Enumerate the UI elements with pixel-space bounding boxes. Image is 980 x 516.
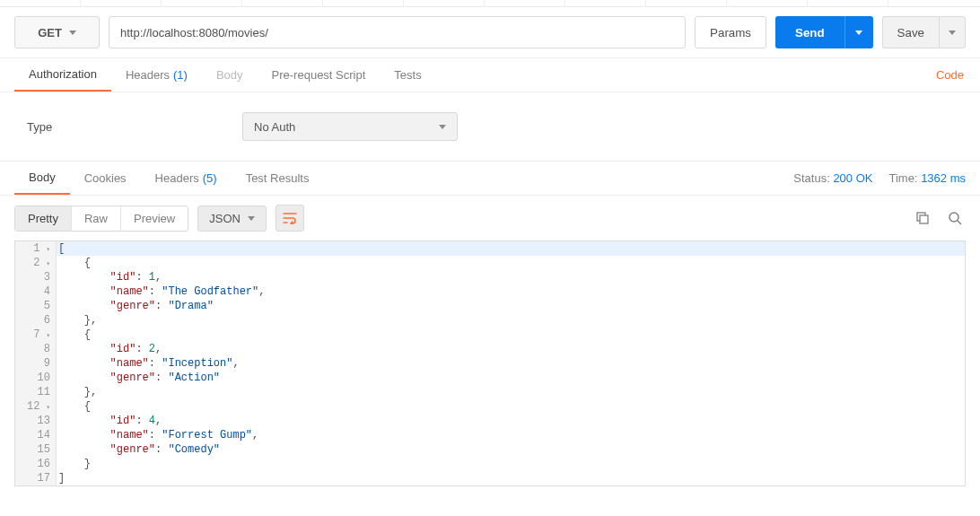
svg-rect-1 (920, 215, 928, 223)
auth-type-label: Type (27, 120, 206, 134)
format-select[interactable]: JSON (197, 206, 267, 232)
line-number: 2 ▾ (19, 256, 50, 270)
code-link[interactable]: Code (936, 68, 966, 82)
response-tabs: Body Cookies Headers (5) Test Results St… (0, 162, 980, 196)
code-line: "genre": "Drama" (57, 299, 965, 313)
status-value: 200 OK (833, 171, 872, 185)
code-line: "id": 2, (57, 342, 965, 356)
line-number: 12 ▾ (19, 399, 50, 414)
line-number: 14 (19, 428, 50, 442)
code-content: [ { "id": 1, "name": "The Godfather", "g… (57, 241, 965, 485)
auth-type-select[interactable]: No Auth (242, 112, 458, 141)
status-area: Status: 200 OK Time: 1362 ms (793, 171, 966, 185)
copy-button[interactable] (912, 207, 933, 229)
tab-label: Cookies (84, 171, 127, 185)
chevron-down-icon (248, 216, 255, 221)
search-icon (948, 211, 962, 225)
code-line: ] (57, 471, 965, 485)
request-bar: GET Params Send Save (0, 7, 980, 58)
tab-response-headers[interactable]: Headers (5) (141, 162, 232, 195)
copy-icon (915, 211, 930, 225)
time-value: 1362 ms (921, 171, 966, 185)
line-gutter: 1 ▾2 ▾34567 ▾89101112 ▾1314151617 (15, 241, 57, 485)
code-line: "name": "Inception", (57, 356, 965, 371)
line-number: 10 (19, 371, 50, 385)
line-number: 17 (19, 471, 50, 485)
line-number: 11 (19, 385, 50, 399)
tab-body[interactable]: Body (202, 58, 258, 92)
tab-response-cookies[interactable]: Cookies (70, 162, 141, 195)
search-button[interactable] (944, 207, 966, 229)
tab-tests[interactable]: Tests (380, 58, 435, 92)
tab-label: Tests (394, 68, 421, 82)
save-dropdown[interactable] (939, 16, 966, 48)
top-tab-strip (0, 0, 980, 7)
tab-headers[interactable]: Headers (1) (111, 58, 202, 92)
headers-count: (1) (173, 68, 188, 82)
line-number: 8 (19, 342, 50, 356)
response-body-toolbar: Pretty Raw Preview JSON (0, 196, 980, 241)
wrap-toggle[interactable] (276, 205, 304, 232)
code-line: { (57, 399, 965, 414)
code-line: { (57, 256, 965, 270)
code-line: "id": 4, (57, 414, 965, 428)
chevron-down-icon (949, 31, 956, 35)
line-number: 16 (19, 457, 50, 471)
code-line: } (57, 457, 965, 471)
url-input[interactable] (109, 16, 686, 48)
code-line: "id": 1, (57, 270, 965, 284)
code-line: { (57, 328, 965, 342)
svg-line-3 (958, 221, 961, 224)
line-number: 7 ▾ (19, 328, 50, 342)
chevron-down-icon (69, 31, 76, 35)
code-line: }, (57, 385, 965, 399)
line-number: 13 (19, 414, 50, 428)
status-label: Status: (793, 171, 829, 185)
line-number: 3 (19, 270, 50, 284)
code-line: }, (57, 313, 965, 328)
method-select[interactable]: GET (14, 16, 100, 48)
code-line: "name": "The Godfather", (57, 284, 965, 299)
tab-label: Test Results (246, 171, 310, 185)
line-number: 5 (19, 299, 50, 313)
chevron-down-icon (439, 125, 446, 129)
code-line: "name": "Forrest Gump", (57, 428, 965, 442)
tab-response-body[interactable]: Body (14, 162, 70, 195)
tab-prerequest[interactable]: Pre-request Script (258, 58, 381, 92)
line-number: 15 (19, 442, 50, 457)
send-button[interactable]: Send (775, 16, 844, 48)
tab-label: Headers (155, 171, 199, 185)
response-body-editor[interactable]: 1 ▾2 ▾34567 ▾89101112 ▾1314151617 [ { "i… (14, 241, 966, 486)
line-number: 6 (19, 313, 50, 328)
send-dropdown[interactable] (844, 16, 873, 48)
code-line: [ (57, 241, 965, 256)
svg-point-2 (949, 213, 958, 222)
tab-label: Headers (126, 68, 170, 82)
code-line: "genre": "Comedy" (57, 442, 965, 457)
tab-label: Body (216, 68, 243, 82)
headers-count: (5) (203, 171, 217, 185)
wrap-icon (283, 212, 297, 224)
auth-type-value: No Auth (254, 120, 295, 134)
tab-label: Authorization (29, 67, 97, 81)
params-button[interactable]: Params (695, 16, 766, 48)
view-mode-tabs: Pretty Raw Preview (14, 206, 188, 232)
request-tabs: Authorization Headers (1) Body Pre-reque… (0, 58, 980, 92)
time-label: Time: (888, 171, 917, 185)
tab-authorization[interactable]: Authorization (14, 58, 111, 92)
method-label: GET (38, 26, 62, 39)
chevron-down-icon (855, 31, 862, 35)
line-number: 9 (19, 356, 50, 371)
code-line: "genre": "Action" (57, 371, 965, 385)
line-number: 1 ▾ (19, 241, 50, 256)
format-value: JSON (209, 212, 241, 225)
tab-label: Body (29, 171, 56, 184)
line-number: 4 (19, 284, 50, 299)
tab-response-tests[interactable]: Test Results (232, 162, 324, 195)
view-pretty[interactable]: Pretty (15, 206, 72, 231)
view-raw[interactable]: Raw (72, 206, 121, 231)
tab-label: Pre-request Script (272, 68, 366, 82)
save-button[interactable]: Save (882, 16, 939, 48)
view-preview[interactable]: Preview (121, 206, 188, 231)
authorization-panel: Type No Auth (0, 92, 980, 162)
